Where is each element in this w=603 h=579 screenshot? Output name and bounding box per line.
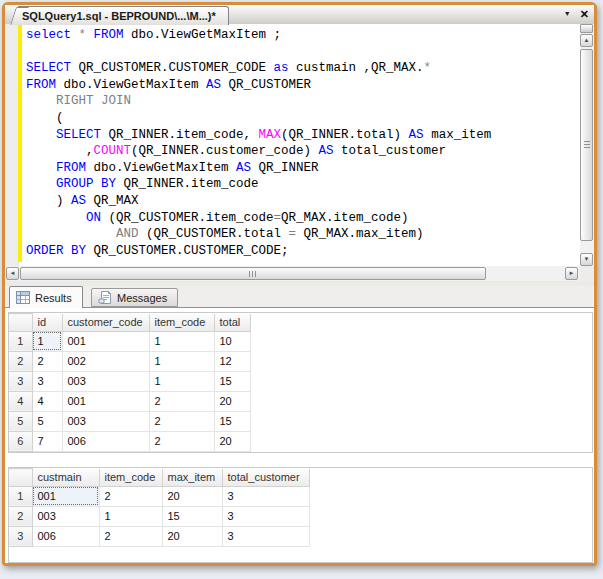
grid-row: 55003215	[9, 411, 250, 431]
column-header[interactable]: max_item	[162, 469, 222, 487]
code-line: GROUP BY QR_INNER.item_code	[26, 176, 491, 193]
column-header[interactable]: id	[32, 314, 62, 332]
grid-cell[interactable]: 10	[214, 331, 250, 351]
grid-cell[interactable]: 20	[214, 431, 250, 451]
column-header[interactable]: total	[214, 314, 250, 332]
grid-cell[interactable]: 7	[32, 431, 62, 451]
sql-code[interactable]: select * FROM dbo.ViewGetMaxItem ;SELECT…	[26, 27, 491, 259]
grid-cell[interactable]: 1	[149, 351, 214, 371]
thumb-grip	[249, 271, 257, 277]
messages-icon	[98, 291, 112, 304]
grid-cell[interactable]: 1	[99, 506, 162, 526]
row-header[interactable]: 1	[9, 331, 32, 351]
column-header[interactable]: custmain	[32, 469, 99, 487]
editor-horizontal-scrollbar[interactable]: ◄ ►	[5, 266, 580, 281]
grid-cell[interactable]: 003	[62, 371, 149, 391]
results-grid-table: custmainitem_codemax_itemtotal_customer1…	[9, 468, 310, 547]
horizontal-scroll-thumb[interactable]	[20, 267, 486, 280]
grid-cell[interactable]: 001	[62, 391, 149, 411]
row-header[interactable]: 3	[9, 371, 32, 391]
row-header[interactable]: 6	[9, 431, 32, 451]
grid-cell[interactable]: 20	[162, 526, 222, 546]
grid-cell[interactable]: 003	[32, 506, 99, 526]
thumb-grip	[584, 141, 590, 149]
grid-corner-header[interactable]	[9, 314, 32, 332]
grid-row: 33003115	[9, 371, 250, 391]
scroll-left-icon[interactable]: ◄	[6, 267, 19, 280]
grid-cell[interactable]: 1	[149, 371, 214, 391]
grid-cell[interactable]: 2	[149, 431, 214, 451]
grid-cell[interactable]: 2	[149, 411, 214, 431]
row-header[interactable]: 5	[9, 411, 32, 431]
row-header[interactable]: 3	[9, 526, 32, 546]
selection-margin	[5, 24, 19, 266]
code-line: ) AS QR_MAX	[26, 193, 491, 210]
tab-messages[interactable]: Messages	[91, 288, 178, 307]
grid-cell[interactable]: 20	[162, 486, 222, 506]
grid-cell[interactable]: 002	[62, 351, 149, 371]
grid-cell[interactable]: 001	[62, 331, 149, 351]
column-header[interactable]: total_customer	[222, 469, 309, 487]
scroll-down-icon[interactable]: ▼	[580, 253, 593, 266]
editor-split-handle[interactable]	[580, 24, 593, 33]
grid-cell[interactable]: 3	[222, 526, 309, 546]
grid-cell[interactable]: 15	[162, 506, 222, 526]
grid-row: 11001110	[9, 331, 250, 351]
grid-cell[interactable]: 2	[32, 351, 62, 371]
code-line: SELECT QR_CUSTOMER.CUSTOMER_CODE as cust…	[26, 60, 491, 77]
close-icon[interactable]: ✕	[580, 7, 589, 21]
grid-row: 44001220	[9, 391, 250, 411]
grid-cell[interactable]: 4	[32, 391, 62, 411]
code-line	[26, 44, 491, 61]
column-header[interactable]: item_code	[99, 469, 162, 487]
code-line: FROM dbo.ViewGetMaxItem AS QR_INNER	[26, 160, 491, 177]
column-header[interactable]: customer_code	[62, 314, 149, 332]
active-files-dropdown-icon[interactable]: ▼	[564, 7, 571, 21]
results-tab-strip: Results Messages	[5, 286, 594, 308]
row-header[interactable]: 2	[9, 506, 32, 526]
row-header[interactable]: 1	[9, 486, 32, 506]
grid-cell[interactable]: 1	[149, 331, 214, 351]
grid-cell[interactable]: 2	[149, 391, 214, 411]
grid-cell[interactable]: 3	[222, 506, 309, 526]
change-tracking-bar	[18, 24, 22, 262]
grid-cell[interactable]: 5	[32, 411, 62, 431]
grid-cell[interactable]: 001	[32, 486, 99, 506]
document-tab-bar: SQLQuery1.sql - BEPROUND\...\M...)* ▼ ✕	[5, 5, 594, 25]
vertical-scroll-thumb[interactable]	[580, 49, 593, 241]
code-line: FROM dbo.ViewGetMaxItem AS QR_CUSTOMER	[26, 77, 491, 94]
grid-cell[interactable]: 12	[214, 351, 250, 371]
result-grid-1: idcustomer_codeitem_codetotal11001110220…	[8, 312, 593, 453]
grid-cell[interactable]: 3	[222, 486, 309, 506]
tab-results[interactable]: Results	[9, 286, 83, 308]
results-grid-table: idcustomer_codeitem_codetotal11001110220…	[9, 313, 251, 452]
row-header[interactable]: 2	[9, 351, 32, 371]
grid-row: 20031153	[9, 506, 309, 526]
sql-editor[interactable]: select * FROM dbo.ViewGetMaxItem ;SELECT…	[5, 24, 580, 266]
grid-cell[interactable]: 3	[32, 371, 62, 391]
code-line: SELECT QR_INNER.item_code, MAX(QR_INNER.…	[26, 127, 491, 144]
grid-corner-header[interactable]	[9, 469, 32, 487]
grid-cell[interactable]: 20	[214, 391, 250, 411]
grid-cell[interactable]: 006	[32, 526, 99, 546]
editor-vertical-scrollbar[interactable]: ▲ ▼	[580, 24, 594, 266]
scroll-up-icon[interactable]: ▲	[580, 34, 593, 47]
column-header[interactable]: item_code	[149, 314, 214, 332]
tab-results-label: Results	[35, 292, 72, 304]
grid-cell[interactable]: 2	[99, 526, 162, 546]
document-tab-sqlquery1[interactable]: SQLQuery1.sql - BEPROUND\...\M...)*	[18, 6, 229, 25]
scroll-right-icon[interactable]: ►	[565, 267, 578, 280]
grid-cell[interactable]: 006	[62, 431, 149, 451]
document-tab-title: SQLQuery1.sql - BEPROUND\...\M...)*	[22, 10, 216, 22]
grid-cell[interactable]: 2	[99, 486, 162, 506]
query-window: SQLQuery1.sql - BEPROUND\...\M...)* ▼ ✕ …	[2, 2, 597, 566]
window-content: SQLQuery1.sql - BEPROUND\...\M...)* ▼ ✕ …	[5, 5, 594, 563]
grid-cell[interactable]: 15	[214, 411, 250, 431]
grid-cell[interactable]: 15	[214, 371, 250, 391]
grid-cell[interactable]: 1	[32, 331, 62, 351]
tab-messages-label: Messages	[117, 292, 167, 304]
grid-cell[interactable]: 003	[62, 411, 149, 431]
result-grid-2: custmainitem_codemax_itemtotal_customer1…	[8, 467, 593, 563]
row-header[interactable]: 4	[9, 391, 32, 411]
code-line: RIGHT JOIN	[26, 93, 491, 110]
